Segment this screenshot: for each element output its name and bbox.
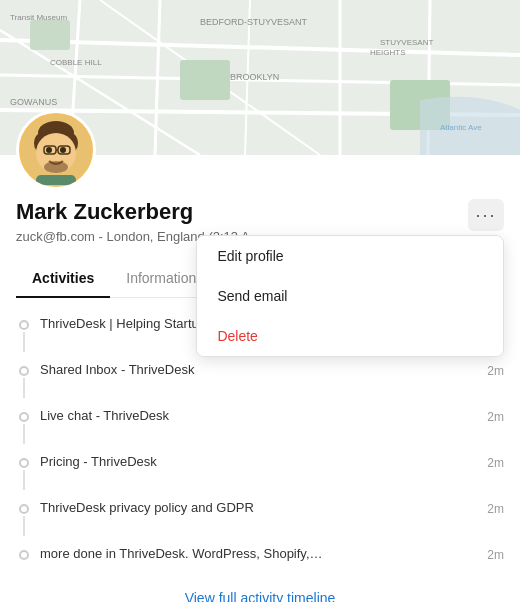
activity-dot — [19, 320, 29, 330]
delete-item[interactable]: Delete — [197, 316, 503, 356]
activity-item[interactable]: Shared Inbox - ThriveDesk 2m — [0, 352, 520, 398]
svg-point-28 — [60, 147, 66, 153]
profile-section: Mark Zuckerberg zuck@fb.com - London, En… — [0, 155, 520, 298]
activity-text: ThriveDesk privacy policy and GDPR — [40, 490, 479, 519]
svg-text:GOWANUS: GOWANUS — [10, 97, 57, 107]
view-full-timeline-link[interactable]: View full activity timeline — [185, 590, 336, 602]
profile-name: Mark Zuckerberg — [16, 199, 504, 225]
svg-rect-12 — [180, 60, 230, 100]
activity-connector — [16, 536, 32, 560]
activity-line — [23, 424, 25, 444]
send-email-item[interactable]: Send email — [197, 276, 503, 316]
activity-connector — [16, 444, 32, 490]
svg-text:Transit Museum: Transit Museum — [10, 13, 67, 22]
activity-line — [23, 516, 25, 536]
activity-connector — [16, 306, 32, 352]
dropdown-menu: Edit profile Send email Delete — [196, 235, 504, 357]
activity-item[interactable]: Pricing - ThriveDesk 2m — [0, 444, 520, 490]
activity-line — [23, 378, 25, 398]
view-timeline-section: View full activity timeline — [0, 573, 520, 602]
activity-line — [23, 470, 25, 490]
activity-item[interactable]: ThriveDesk privacy policy and GDPR 2m — [0, 490, 520, 536]
activity-text: more done in ThriveDesk. WordPress, Shop… — [40, 536, 479, 565]
activity-dot — [19, 458, 29, 468]
activity-dot — [19, 504, 29, 514]
activity-text: Pricing - ThriveDesk — [40, 444, 479, 473]
activity-connector — [16, 352, 32, 398]
activity-dot — [19, 412, 29, 422]
profile-header: Mark Zuckerberg zuck@fb.com - London, En… — [16, 155, 504, 252]
svg-point-27 — [46, 147, 52, 153]
svg-text:COBBLE HILL: COBBLE HILL — [50, 58, 102, 67]
activity-time: 2m — [487, 398, 504, 424]
svg-text:BROOKLYN: BROOKLYN — [230, 72, 279, 82]
svg-rect-11 — [30, 20, 70, 50]
activity-dot — [19, 550, 29, 560]
activity-connector — [16, 398, 32, 444]
svg-text:BEDFORD-STUYVESANT: BEDFORD-STUYVESANT — [200, 17, 308, 27]
activity-connector — [16, 490, 32, 536]
activity-item[interactable]: more done in ThriveDesk. WordPress, Shop… — [0, 536, 520, 565]
activity-time: 2m — [487, 536, 504, 562]
svg-text:Atlantic Ave: Atlantic Ave — [440, 123, 482, 132]
activity-item[interactable]: Live chat - ThriveDesk 2m — [0, 398, 520, 444]
activity-line — [23, 332, 25, 352]
activity-time: 2m — [487, 490, 504, 516]
tab-activities[interactable]: Activities — [16, 260, 110, 298]
activity-dot — [19, 366, 29, 376]
edit-profile-item[interactable]: Edit profile — [197, 236, 503, 276]
more-options-button[interactable]: ··· — [468, 199, 504, 231]
svg-text:HEIGHTS: HEIGHTS — [370, 48, 406, 57]
activity-text: Live chat - ThriveDesk — [40, 398, 479, 427]
activity-time: 2m — [487, 444, 504, 470]
svg-text:STUYVESANT: STUYVESANT — [380, 38, 433, 47]
